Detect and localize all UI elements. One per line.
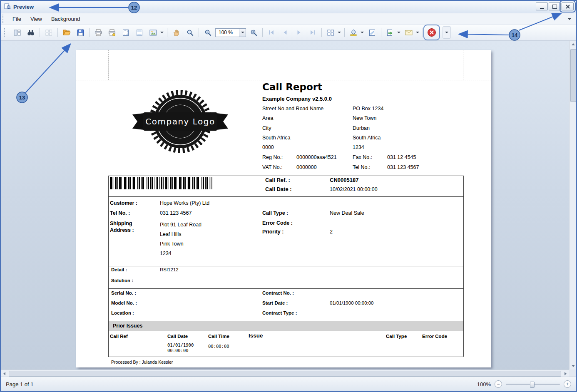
vertical-scrollbar[interactable] (569, 41, 576, 370)
open-folder-icon (63, 29, 71, 36)
window-title: Preview (13, 4, 34, 10)
search-button[interactable] (25, 27, 37, 38)
scroll-down-button[interactable] (570, 362, 576, 370)
titlebar[interactable]: Preview (1, 1, 576, 13)
next-page-icon (296, 30, 302, 35)
customer-value: Hope Works (Pty) Ltd (160, 200, 209, 206)
email-icon (405, 30, 413, 35)
toolbar-separator (262, 28, 263, 37)
customer-tel-label: Tel No. : (110, 210, 130, 216)
zoom-in-circle-button[interactable]: + (564, 380, 571, 388)
address-line: Street No and Road Name (262, 104, 323, 114)
page-info: Page 1 of 1 (6, 381, 34, 387)
menubar-overflow-icon[interactable] (567, 17, 573, 22)
zoom-out-circle-button[interactable]: − (495, 380, 502, 388)
contract-no-label: Contract No. : (262, 290, 294, 295)
zoom-out-button[interactable] (201, 27, 214, 38)
vat-no-label: VAT No.: (262, 164, 283, 170)
address-line: Durban (353, 124, 383, 133)
watermark-button[interactable] (366, 27, 378, 38)
minimize-button[interactable] (536, 2, 548, 10)
arrow-left-icon (3, 372, 5, 375)
previous-page-button[interactable] (279, 27, 291, 38)
print-button[interactable] (92, 27, 104, 38)
col-issue: Issue (249, 332, 263, 339)
quick-print-button[interactable] (106, 27, 118, 38)
call-date-label: Call Date : (265, 186, 292, 192)
call-type-value: New Deal Sale (330, 210, 364, 216)
margin-guide (463, 50, 463, 80)
page-color-icon (350, 29, 357, 36)
document-map-button[interactable] (11, 27, 23, 38)
tel-no-value: 031 123 4567 (387, 164, 419, 170)
multiple-pages-button[interactable] (324, 27, 337, 38)
export-dropdown-icon[interactable] (397, 32, 400, 33)
toolbar-separator (167, 28, 167, 37)
zoom-dropdown-icon[interactable] (239, 29, 246, 37)
close-preview-button[interactable] (425, 27, 438, 38)
arrow-down-icon (572, 365, 575, 367)
next-page-button[interactable] (293, 27, 305, 38)
contract-type-label: Contract Type : (262, 310, 297, 315)
last-page-icon (309, 30, 316, 35)
zoom-in-button[interactable] (247, 27, 260, 38)
save-icon (77, 29, 84, 36)
menu-view[interactable]: View (26, 14, 47, 24)
toolbar-customize-button[interactable] (443, 26, 451, 39)
toolbar-separator (199, 28, 199, 37)
thumbnails-icon (45, 30, 52, 36)
preview-surface[interactable]: Company Logo Call Report Example Company… (1, 41, 576, 377)
page-color-button[interactable] (347, 27, 360, 38)
solution-label: Solution : (111, 278, 133, 283)
zoom-slider-thumb[interactable] (530, 382, 535, 388)
menu-background[interactable]: Background (47, 14, 85, 24)
close-preview-icon (427, 28, 436, 37)
statusbar-zoom-label: 100% (477, 381, 491, 387)
reg-no-label: Reg No.: (262, 154, 283, 160)
save-button[interactable] (74, 27, 87, 38)
thumbnails-button[interactable] (42, 27, 55, 38)
statusbar: Page 1 of 1 100% − + (1, 377, 576, 391)
menu-file[interactable]: File (8, 14, 26, 24)
open-button[interactable] (60, 27, 73, 38)
horizontal-scrollbar[interactable] (1, 370, 569, 377)
scale-button[interactable] (147, 27, 159, 38)
page-color-dropdown-icon[interactable] (361, 32, 364, 33)
toolbar-grip[interactable] (4, 28, 7, 37)
email-dropdown-icon[interactable] (416, 32, 419, 33)
scroll-left-button[interactable] (1, 370, 8, 377)
horizontal-scroll-thumb[interactable] (9, 371, 561, 377)
col-call-type: Call Type (386, 334, 407, 339)
detail-label: Detail : (111, 267, 127, 272)
scroll-right-button[interactable] (562, 370, 569, 377)
maximize-icon (552, 5, 557, 9)
vertical-scroll-thumb[interactable] (570, 49, 576, 102)
hand-tool-button[interactable] (170, 27, 182, 38)
zoom-in-icon (250, 29, 257, 36)
last-page-button[interactable] (306, 27, 319, 38)
magnifier-button[interactable] (184, 27, 196, 38)
multiple-pages-dropdown-icon[interactable] (338, 32, 341, 33)
divider (108, 357, 463, 357)
address-line: Area (262, 114, 323, 123)
menubar-grip[interactable] (2, 15, 5, 23)
page-setup-icon (122, 29, 129, 36)
scroll-up-button[interactable] (570, 41, 576, 48)
divider (463, 176, 464, 357)
divider (108, 277, 463, 277)
zoom-slider[interactable] (506, 384, 560, 385)
close-button[interactable] (562, 2, 574, 10)
first-page-button[interactable] (265, 27, 278, 38)
maximize-button[interactable] (549, 2, 561, 10)
shipping-line: 1234 (160, 249, 201, 258)
zoom-value: 100 % (219, 30, 233, 35)
zoom-combobox[interactable]: 100 % (215, 28, 246, 37)
header-footer-button[interactable] (133, 27, 146, 38)
export-button[interactable] (384, 27, 396, 38)
shipping-line: Plot 91 Leaf Road (160, 220, 201, 230)
col-call-time: Call Time (208, 334, 229, 339)
page-setup-button[interactable] (119, 27, 132, 38)
close-icon (566, 5, 570, 9)
scale-dropdown-icon[interactable] (160, 32, 164, 33)
email-button[interactable] (403, 27, 415, 38)
